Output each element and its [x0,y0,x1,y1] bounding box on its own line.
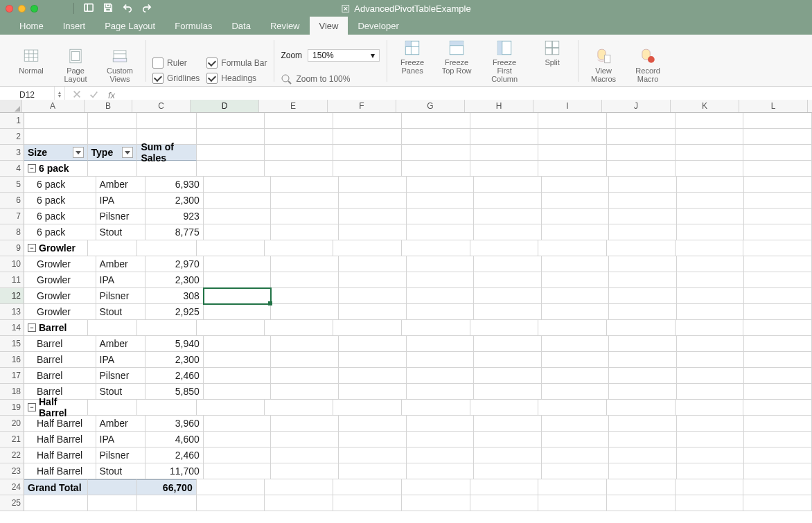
cell[interactable] [407,352,475,368]
cell[interactable] [677,209,745,224]
cell[interactable]: 6 pack [24,177,96,193]
cell[interactable] [88,161,138,177]
cell[interactable] [197,113,265,129]
cell[interactable] [333,129,402,145]
cell[interactable] [470,320,539,336]
cell[interactable]: 308 [145,288,204,304]
cell[interactable] [197,495,265,511]
row-header[interactable]: 2 [0,129,24,145]
cell[interactable]: Half Barrel [24,447,96,463]
cell[interactable] [137,320,196,336]
cell[interactable]: Grand Total [24,479,88,495]
cell[interactable] [607,495,676,511]
row-header[interactable]: 9 [0,240,24,256]
cell[interactable] [609,368,677,384]
cell[interactable]: IPA [96,352,145,368]
cell[interactable]: 6 pack [24,224,96,240]
cell[interactable] [204,256,272,272]
cell[interactable] [204,352,272,368]
cell[interactable] [204,416,272,432]
cell[interactable] [137,240,196,256]
row-header[interactable]: 21 [0,432,24,447]
cell[interactable] [474,368,542,384]
collapse-icon[interactable]: − [28,244,36,252]
cell[interactable] [24,113,88,129]
cell[interactable] [470,145,539,161]
row-header[interactable]: 1 [0,113,24,129]
record-macro-button[interactable]: Record Macro [629,46,667,85]
column-header[interactable]: D [191,100,259,112]
freeze-first-column-button[interactable]: Freeze First Column [482,37,527,85]
column-header[interactable]: H [465,100,533,112]
cell[interactable] [88,495,138,511]
cell[interactable] [474,432,542,447]
cell[interactable] [333,320,402,336]
cell[interactable]: Growler [24,256,96,272]
cell[interactable] [474,304,542,320]
cell[interactable] [407,272,475,288]
cell[interactable] [88,479,138,495]
cell[interactable]: 6,930 [145,177,204,193]
cell[interactable] [271,177,339,193]
cell[interactable]: 6 pack [24,209,96,224]
cell[interactable] [474,224,542,240]
cell[interactable] [607,113,676,129]
cell[interactable] [542,272,610,288]
cell[interactable] [88,320,138,336]
cell[interactable]: Half Barrel [24,463,96,479]
row-header[interactable]: 10 [0,256,24,272]
cell[interactable]: Amber [96,416,145,432]
cell[interactable] [204,384,272,400]
cell[interactable] [271,256,339,272]
cell[interactable] [333,240,402,256]
cell[interactable] [474,256,542,272]
cell[interactable] [744,447,812,463]
cell[interactable]: Pilsner [96,447,145,463]
row-header[interactable]: 13 [0,304,24,320]
cell[interactable] [265,400,333,416]
cell[interactable] [609,336,677,352]
cell[interactable]: 2,300 [145,352,204,368]
row-header[interactable]: 16 [0,352,24,368]
row-header[interactable]: 7 [0,209,24,224]
window-zoom-icon[interactable] [30,5,38,12]
cell[interactable] [677,256,745,272]
cell[interactable] [271,463,339,479]
collapse-icon[interactable]: − [28,164,36,172]
cell[interactable] [474,447,542,463]
cell[interactable] [677,177,745,193]
cell[interactable] [271,384,339,400]
cell[interactable] [744,384,812,400]
column-header[interactable]: L [739,100,808,112]
cell[interactable] [470,479,539,495]
cell[interactable] [407,177,475,193]
row-header[interactable]: 8 [0,224,24,240]
cell[interactable] [744,193,812,209]
row-header[interactable]: 3 [0,145,24,161]
cell[interactable] [271,288,339,304]
cell[interactable] [407,432,475,447]
cell[interactable] [339,304,407,320]
cell[interactable] [333,400,402,416]
cell[interactable] [743,161,812,177]
cell[interactable] [271,432,339,447]
row-header[interactable]: 5 [0,177,24,193]
cell[interactable] [470,161,539,177]
cell[interactable] [677,384,745,400]
freeze-panes-button[interactable]: Freeze Panes [394,37,431,76]
cell[interactable]: 5,850 [145,384,204,400]
cell[interactable] [542,193,610,209]
cell[interactable] [677,352,745,368]
cell[interactable]: 2,925 [145,304,204,320]
cell[interactable] [470,129,539,145]
cell[interactable] [271,447,339,463]
tab-review[interactable]: Review [261,17,310,35]
cell[interactable]: IPA [96,193,145,209]
cell[interactable] [339,272,407,288]
cell[interactable] [744,304,812,320]
cell[interactable] [538,240,607,256]
cell[interactable] [197,145,265,161]
cell[interactable] [744,209,812,224]
cell[interactable] [470,113,539,129]
normal-view-button[interactable]: Normal [12,46,50,83]
